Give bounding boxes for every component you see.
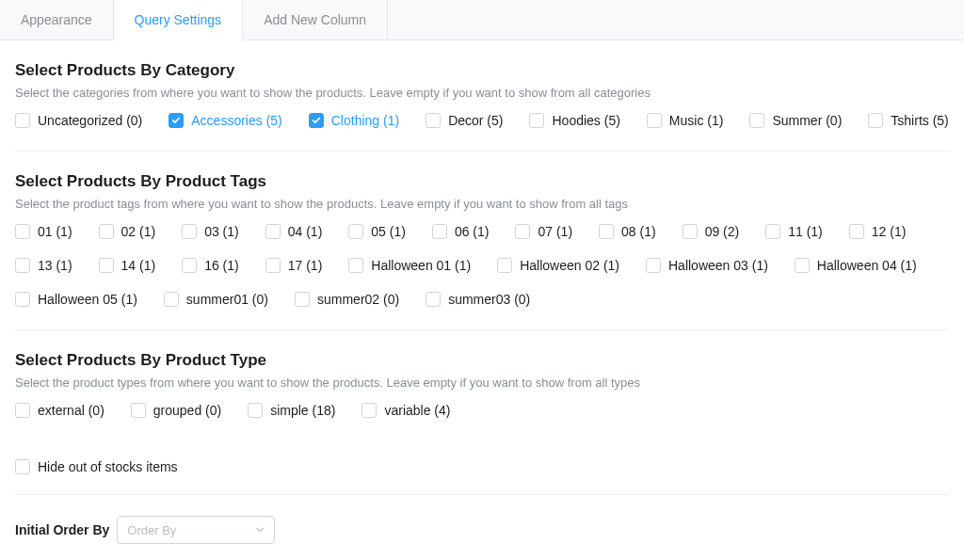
category-option-label: Hoodies (5) [552, 113, 619, 128]
tag-option-checkbox[interactable]: 08 (1) [599, 224, 656, 239]
category-option-checkbox[interactable]: Clothing (1) [309, 113, 399, 128]
checkbox-box [749, 113, 764, 128]
tag-option-checkbox[interactable]: 16 (1) [182, 258, 239, 273]
tag-option-checkbox[interactable]: 03 (1) [182, 224, 239, 239]
category-option-checkbox[interactable]: Tshirts (5) [868, 113, 948, 128]
category-option-checkbox[interactable]: Decor (5) [426, 113, 503, 128]
tag-option-checkbox[interactable]: summer03 (0) [426, 292, 530, 307]
tag-option-label: Halloween 05 (1) [38, 292, 137, 307]
type-option-checkbox[interactable]: grouped (0) [131, 403, 221, 418]
checkbox-box [515, 224, 530, 239]
category-option-checkbox[interactable]: Hoodies (5) [529, 113, 619, 128]
tag-option-label: 13 (1) [38, 258, 72, 273]
checkbox-box [849, 224, 864, 239]
tag-option-label: 01 (1) [38, 224, 72, 239]
checkbox-box [15, 258, 30, 273]
checkbox-box [15, 459, 30, 474]
type-option-checkbox[interactable]: simple (18) [248, 403, 335, 418]
tag-option-checkbox[interactable]: summer01 (0) [164, 292, 268, 307]
checkbox-box [647, 113, 662, 128]
tab-appearance[interactable]: Appearance [0, 0, 114, 40]
initial-order-row: Initial Order By Order By [15, 495, 949, 553]
tag-option-label: 11 (1) [788, 224, 823, 239]
section-title-category: Select Products By Category [15, 61, 949, 80]
checkbox-box [348, 224, 363, 239]
checkbox-box [99, 224, 114, 239]
initial-order-label: Initial Order By [15, 522, 109, 537]
tag-option-checkbox[interactable]: 06 (1) [432, 224, 490, 239]
tag-option-label: Halloween 01 (1) [371, 258, 471, 273]
tag-option-checkbox[interactable]: 04 (1) [265, 224, 323, 239]
tag-option-label: Halloween 02 (1) [520, 258, 619, 273]
tag-option-label: 02 (1) [121, 224, 156, 239]
type-option-checkbox[interactable]: external (0) [15, 403, 104, 418]
checkbox-box [309, 113, 324, 128]
tag-option-label: summer02 (0) [317, 292, 399, 307]
section-desc-types: Select the product types from where you … [15, 376, 949, 390]
checkbox-box [248, 403, 263, 418]
checkbox-box [795, 258, 810, 273]
type-option-checkbox[interactable]: variable (4) [362, 403, 450, 418]
checkbox-box [868, 113, 883, 128]
checkbox-box [497, 258, 512, 273]
category-option-checkbox[interactable]: Summer (0) [749, 113, 842, 128]
category-option-checkbox[interactable]: Uncategorized (0) [15, 113, 142, 128]
tag-option-checkbox[interactable]: Halloween 01 (1) [348, 258, 471, 273]
chevron-down-icon [255, 523, 265, 537]
tag-option-checkbox[interactable]: Halloween 03 (1) [646, 258, 768, 273]
tag-option-checkbox[interactable]: 13 (1) [15, 258, 72, 273]
tag-option-checkbox[interactable]: 05 (1) [348, 224, 406, 239]
tag-option-label: 03 (1) [204, 224, 239, 239]
checkbox-box [265, 258, 281, 273]
checkbox-box [765, 224, 780, 239]
tag-option-checkbox[interactable]: 11 (1) [765, 224, 823, 239]
category-option-label: Accessories (5) [191, 113, 281, 128]
checkbox-box [169, 113, 184, 128]
tag-option-checkbox[interactable]: Halloween 02 (1) [497, 258, 619, 273]
tag-option-checkbox[interactable]: 12 (1) [849, 224, 907, 239]
tag-option-checkbox[interactable]: 02 (1) [99, 224, 156, 239]
tag-option-checkbox[interactable]: 14 (1) [99, 258, 156, 273]
type-option-label: grouped (0) [153, 403, 221, 418]
checkbox-box [426, 113, 441, 128]
type-option-label: simple (18) [270, 403, 335, 418]
tag-option-label: 12 (1) [872, 224, 907, 239]
checkbox-box [182, 258, 197, 273]
category-option-label: Music (1) [669, 113, 724, 128]
section-desc-tags: Select the product tags from where you w… [15, 197, 949, 211]
tag-option-label: 16 (1) [204, 258, 239, 273]
section-title-types: Select Products By Product Type [15, 351, 949, 370]
tag-option-checkbox[interactable]: 09 (2) [683, 224, 740, 239]
tag-option-label: summer03 (0) [448, 292, 530, 307]
tag-option-label: Halloween 04 (1) [817, 258, 917, 273]
hide-stock-label: Hide out of stocks items [38, 459, 178, 474]
checkbox-box [426, 292, 441, 307]
checkbox-box [182, 224, 197, 239]
tag-option-label: Halloween 03 (1) [668, 258, 768, 273]
tag-option-label: 08 (1) [621, 224, 656, 239]
category-option-checkbox[interactable]: Music (1) [647, 113, 724, 128]
checkbox-box [295, 292, 310, 307]
hide-stock-row: Hide out of stocks items [15, 440, 949, 495]
checkbox-box [15, 224, 30, 239]
section-category: Select Products By Category Select the c… [15, 40, 949, 152]
tag-option-checkbox[interactable]: 17 (1) [265, 258, 323, 273]
checkbox-box [348, 258, 363, 273]
type-option-label: external (0) [38, 403, 104, 418]
category-option-label: Tshirts (5) [891, 113, 948, 128]
tag-option-checkbox[interactable]: summer02 (0) [295, 292, 399, 307]
tag-option-checkbox[interactable]: 07 (1) [515, 224, 572, 239]
tab-query-settings[interactable]: Query Settings [114, 0, 244, 40]
tag-option-checkbox[interactable]: Halloween 05 (1) [15, 292, 137, 307]
tab-add-new-column[interactable]: Add New Column [243, 0, 388, 40]
checkbox-box [15, 113, 30, 128]
category-option-checkbox[interactable]: Accessories (5) [169, 113, 281, 128]
order-by-select[interactable]: Order By [117, 516, 275, 544]
hide-out-of-stock-checkbox[interactable]: Hide out of stocks items [15, 459, 178, 474]
checkbox-box [15, 403, 30, 418]
tag-option-checkbox[interactable]: 01 (1) [15, 224, 72, 239]
type-options: external (0)grouped (0)simple (18)variab… [15, 403, 949, 435]
tag-option-checkbox[interactable]: Halloween 04 (1) [795, 258, 917, 273]
tag-option-label: 17 (1) [288, 258, 323, 273]
checkbox-box [683, 224, 698, 239]
